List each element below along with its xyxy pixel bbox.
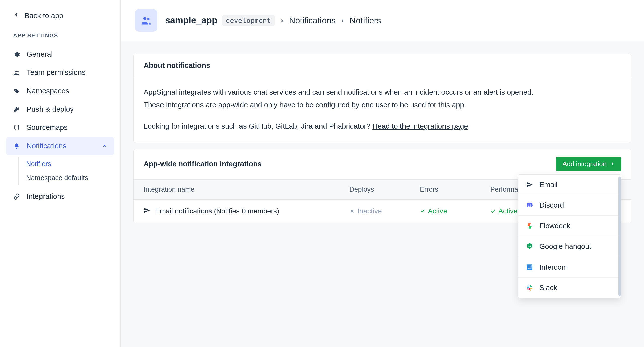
- sidebar-item-label: Namespaces: [27, 87, 69, 95]
- plus-icon: [610, 160, 615, 168]
- hangouts-icon: [526, 243, 533, 250]
- braces-icon: [13, 124, 20, 131]
- dropdown-item-google-hangout[interactable]: Google hangout: [518, 236, 621, 257]
- sidebar-section-label: APP SETTINGS: [6, 32, 114, 39]
- gear-icon: [13, 51, 20, 58]
- about-text-line: These integrations are app-wide and only…: [144, 99, 621, 111]
- intercom-icon: [526, 264, 533, 270]
- sidebar-item-label: Team permissions: [27, 68, 86, 77]
- col-header: Integration name: [144, 186, 349, 193]
- breadcrumb: sample_app development Notifications Not…: [165, 15, 381, 26]
- integrations-card: App-wide notification integrations Add i…: [133, 149, 631, 223]
- about-card-title: About notifications: [134, 54, 631, 77]
- about-card: About notifications AppSignal integrates…: [133, 54, 631, 143]
- sidebar-item-notifications[interactable]: Notifications: [6, 137, 114, 155]
- sidebar-subitem-namespace-defaults[interactable]: Namespace defaults: [24, 171, 114, 185]
- sidebar-item-team-permissions[interactable]: Team permissions: [6, 63, 114, 82]
- svg-point-3: [147, 18, 150, 20]
- bell-icon: [13, 143, 20, 149]
- chevron-right-icon: [279, 16, 285, 25]
- svg-point-2: [143, 17, 146, 20]
- sidebar-subitem-notifiers[interactable]: Notifiers: [24, 157, 114, 171]
- sidebar-item-label: Sourcemaps: [27, 123, 68, 132]
- integrations-page-link[interactable]: Head to the integrations page: [372, 122, 468, 130]
- sidebar-item-integrations[interactable]: Integrations: [6, 187, 114, 206]
- dropdown-item-slack[interactable]: Slack: [518, 278, 621, 298]
- header-bar: sample_app development Notifications Not…: [121, 0, 644, 41]
- discord-icon: [526, 202, 533, 208]
- slack-icon: [526, 284, 533, 291]
- chevron-right-icon: [340, 16, 345, 25]
- email-icon: [526, 181, 533, 188]
- dropdown-item-label: Discord: [539, 201, 564, 209]
- add-integration-dropdown: Email Discord Flowdock: [518, 174, 621, 298]
- dropdown-item-label: Google hangout: [539, 242, 591, 251]
- dropdown-item-discord[interactable]: Discord: [518, 195, 621, 216]
- env-badge: development: [222, 15, 275, 26]
- chevron-left-icon: [13, 12, 20, 20]
- back-label: Back to app: [25, 12, 63, 20]
- app-avatar: [135, 9, 157, 32]
- status-deploys: Inactive: [349, 207, 420, 215]
- about-text-line: AppSignal integrates with various chat s…: [144, 86, 621, 98]
- col-header: Deploys: [349, 186, 420, 193]
- chevron-up-icon: [102, 142, 107, 150]
- status-errors: Active: [420, 207, 490, 215]
- breadcrumb-item[interactable]: Notifications: [289, 16, 336, 25]
- integrations-card-title: App-wide notification integrations: [144, 160, 262, 168]
- app-name[interactable]: sample_app: [165, 15, 217, 26]
- breadcrumb-item[interactable]: Notifiers: [350, 16, 381, 25]
- sidebar-item-label: Integrations: [27, 192, 65, 201]
- key-icon: [13, 106, 20, 113]
- dropdown-item-flowdock[interactable]: Flowdock: [518, 216, 621, 236]
- sidebar-item-namespaces[interactable]: Namespaces: [6, 82, 114, 100]
- link-icon: [13, 193, 20, 200]
- sidebar-item-label: Notifications: [27, 142, 66, 150]
- svg-point-1: [17, 71, 19, 72]
- dropdown-item-intercom[interactable]: Intercom: [518, 257, 621, 278]
- svg-point-0: [15, 71, 17, 72]
- col-header: Errors: [420, 186, 490, 193]
- row-name-text: Email notifications (Notifies 0 members): [155, 207, 279, 215]
- sidebar-item-sourcemaps[interactable]: Sourcemaps: [6, 118, 114, 137]
- sidebar-item-general[interactable]: General: [6, 45, 114, 63]
- back-to-app-link[interactable]: Back to app: [6, 9, 114, 22]
- users-icon: [13, 69, 20, 76]
- sidebar-subitem-label: Notifiers: [26, 160, 51, 168]
- sidebar-subitem-label: Namespace defaults: [26, 174, 88, 182]
- dropdown-item-label: Slack: [539, 284, 557, 292]
- dropdown-item-label: Flowdock: [539, 222, 570, 230]
- dropdown-item-label: Email: [539, 181, 558, 189]
- flowdock-icon: [526, 223, 533, 229]
- add-integration-button[interactable]: Add integration: [556, 157, 621, 171]
- dropdown-item-label: Intercom: [539, 263, 568, 271]
- about-text-line: Looking for integrations such as GitHub,…: [144, 121, 621, 132]
- sidebar-item-label: General: [27, 50, 53, 58]
- sidebar-item-label: Push & deploy: [27, 105, 74, 113]
- dropdown-item-email[interactable]: Email: [518, 175, 621, 195]
- sidebar-item-push-deploy[interactable]: Push & deploy: [6, 100, 114, 118]
- tag-icon: [13, 88, 20, 94]
- paper-plane-icon: [144, 207, 150, 215]
